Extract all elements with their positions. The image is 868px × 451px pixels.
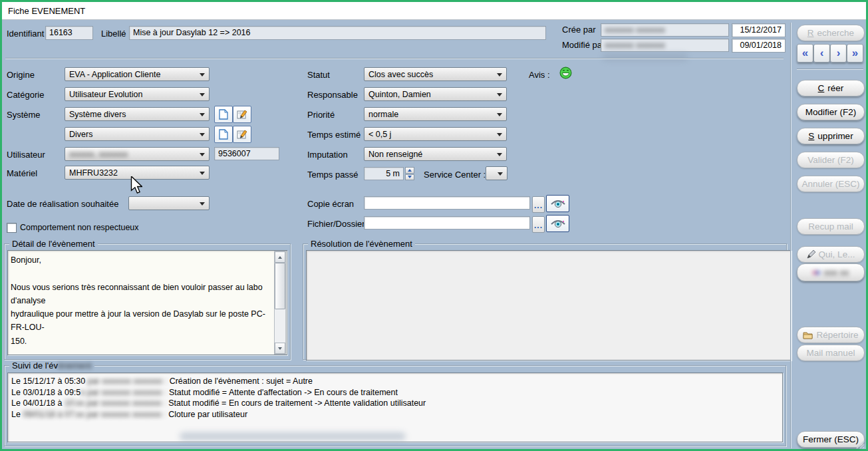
qui-le-button[interactable]: Qui, Le... [797,246,865,263]
detail-scrollbar[interactable] [274,251,286,355]
systeme-new-button[interactable] [214,106,233,123]
new-document-icon [219,129,228,140]
scrollbar-thumb[interactable] [275,263,285,309]
recup-mail-button[interactable]: Recup mail [797,218,865,235]
systeme2-select[interactable]: Divers [65,127,210,141]
temps-passe-field[interactable]: 5 m [364,167,404,180]
scroll-down-button[interactable] [275,343,285,354]
resolution-textarea[interactable] [306,250,792,361]
redacted-label: xxx xx [824,267,849,277]
temps-estime-label: Temps estimé [307,130,361,140]
statut-value: Clos avec succès [368,70,433,79]
copie-ecran-view-button[interactable] [546,195,569,212]
eye-icon [550,199,566,208]
creer-button[interactable]: Créer [797,80,865,96]
chevron-down-icon [200,113,205,116]
chevron-down-icon [200,153,205,156]
modifie-par-label: Modifié par [562,40,605,51]
qui-le-label: Qui, Le... [819,249,855,259]
temps-estime-select[interactable]: < 0,5 j [364,127,507,141]
stepper-down-button[interactable] [405,174,414,181]
statut-select[interactable]: Clos avec succès [364,67,507,81]
date-realisation-select[interactable] [128,196,210,210]
origine-value: EVA - Application Cliente [69,70,160,79]
temps-estime-value: < 0,5 j [368,130,391,139]
systeme2-new-button[interactable] [214,126,233,143]
chevron-down-icon [498,172,503,176]
utilisateur-code-field[interactable]: 9536007 [214,147,279,160]
chevron-down-icon [497,153,502,156]
arrow-down-icon [408,176,412,178]
copie-ecran-field[interactable] [364,196,530,210]
redacted-name: xxxxxxx xxxxxxx [605,25,665,35]
temps-passe-stepper[interactable] [405,167,414,180]
stepper-up-button[interactable] [405,167,414,174]
recherche-button[interactable]: Recherche [797,25,865,41]
modifie-date-field: 09/01/2018 [732,39,786,53]
supprimer-button[interactable]: Supprimer [797,128,865,144]
imputation-select[interactable]: Non renseigné [364,147,507,161]
redacted-icon [813,269,821,276]
repertoire-button[interactable]: Répertoire [797,327,865,343]
priorite-value: normale [368,110,398,119]
list-item[interactable]: Le 09/01/18 à 07:xx par xxxxxxx xxxxxxx … [11,409,426,420]
origine-label: Origine [7,70,35,80]
pencil-icon [807,250,815,259]
copie-ecran-browse-button[interactable]: ... [532,196,545,213]
redacted-button[interactable]: xxx xx [797,263,865,281]
repertoire-label: Répertoire [816,330,858,340]
suivi-log: Le 15/12/17 à 05:30 par xxxxxxx xxxxxxx … [11,376,426,420]
chevron-down-icon [200,93,205,96]
nav-first-button[interactable]: « [797,44,813,63]
comportement-checkbox[interactable] [7,223,17,233]
responsable-select[interactable]: Quinton, Damien [364,87,507,101]
redacted-name: 10:xx par xxxxxxx xxxxxxx : [65,398,168,408]
nav-last-button[interactable]: » [847,44,863,63]
systeme-value: Système divers [69,110,126,119]
list-item[interactable]: Le 15/12/17 à 05:30 par xxxxxxx xxxxxxx … [11,376,426,387]
cree-date-field: 15/12/2017 [732,23,786,37]
list-item[interactable]: Le 04/01/18 à 10:xx par xxxxxxx xxxxxxx … [11,398,426,409]
detail-group-title: Détail de l'évènement [9,239,98,249]
valider-button[interactable]: Valider (F2) [797,152,865,168]
resize-grip[interactable] [855,440,865,449]
temps-passe-label: Temps passé [307,170,359,180]
systeme2-edit-button[interactable] [233,126,251,143]
modifier-button[interactable]: Modifier (F2) [797,104,865,120]
folder-icon [803,331,813,339]
systeme-select[interactable]: Système divers [65,107,210,121]
systeme-edit-button[interactable] [233,106,251,123]
priorite-select[interactable]: normale [364,107,507,121]
libelle-label: Libellé [101,29,126,39]
fermer-button[interactable]: Fermer (ESC) [797,431,865,448]
categorie-select[interactable]: Utilisateur Evolution [65,87,210,101]
list-item[interactable]: Le 03/01/18 à 09:5x par xxxxxxx xxxxxxx … [11,387,426,398]
systeme2-value: Divers [69,130,92,139]
chevron-down-icon [200,133,205,136]
chevron-down-icon [200,172,205,175]
fichier-dossier-field[interactable] [364,216,530,229]
libelle-field[interactable]: Mise à jour Dasylab 12 => 2016 [129,26,546,40]
nav-next-button[interactable]: › [830,44,847,63]
service-center-select[interactable] [486,166,507,180]
scroll-up-button[interactable] [275,251,285,263]
identifiant-field[interactable]: 16163 [45,26,93,40]
chevron-left-icon: ‹ [820,47,824,60]
fichier-dossier-browse-button[interactable]: ... [532,216,545,233]
double-chevron-right-icon: » [852,47,858,60]
chevron-down-icon [200,73,205,76]
redacted-name: 09/01/18 à 07:xx par xxxxxxx xxxxxxx : [23,410,168,419]
arrow-down-icon [278,347,282,350]
nav-prev-button[interactable]: ‹ [813,44,830,63]
origine-select[interactable]: EVA - Application Cliente [65,67,210,81]
materiel-label: Matériel [7,168,37,179]
fichier-dossier-view-button[interactable] [546,215,569,232]
mail-manuel-button[interactable]: Mail manuel [797,345,865,361]
redacted-name: x par xxxxxxx xxxxxxx : [80,388,169,397]
utilisateur-select[interactable]: xxxxxx, xxxxxxx [65,147,210,161]
blur-smudge [180,432,406,440]
statut-label: Statut [307,70,330,80]
annuler-button[interactable]: Annuler (ESC) [797,176,865,192]
arrow-up-icon [278,256,282,259]
window: Fiche EVENEMENT Identifiant 16163 Libell… [0,0,868,451]
